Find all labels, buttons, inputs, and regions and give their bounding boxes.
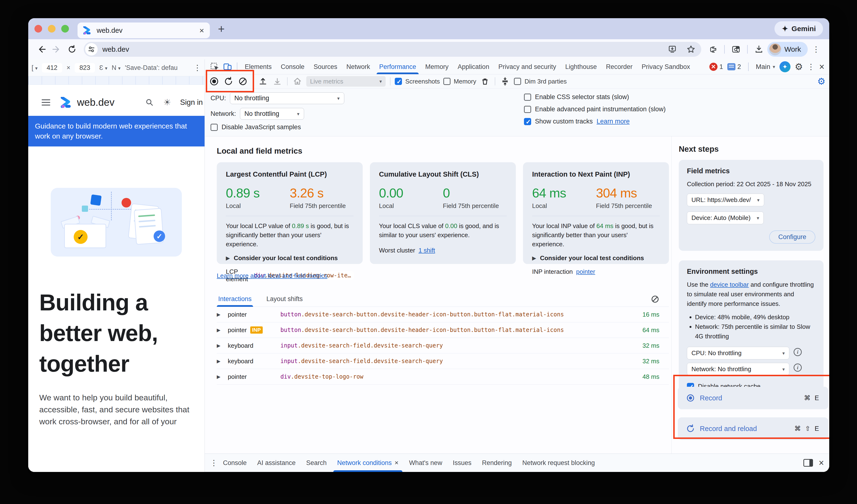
browser-tab[interactable]: web.dev × (78, 22, 210, 38)
tab-sources[interactable]: Sources (309, 60, 342, 74)
close-window-button[interactable] (34, 25, 42, 33)
tab-console[interactable]: Console (276, 60, 309, 74)
lcp-test-conditions-expander[interactable]: ▶ Consider your local test conditions (226, 254, 354, 262)
network-throttling-select[interactable]: No throttling ▾ (240, 108, 304, 120)
inspect-element-icon[interactable] (208, 60, 221, 73)
forward-button[interactable] (50, 43, 64, 56)
interaction-row[interactable]: ▶ pointer div.devsite-top-logo-row 48 ms (217, 369, 669, 385)
tab-memory[interactable]: Memory (421, 60, 453, 74)
tab-performance[interactable]: Performance (375, 60, 421, 74)
cpu-throttling-select[interactable]: No throttling ▾ (230, 93, 344, 104)
memory-checkbox[interactable] (443, 78, 451, 85)
drawer-close-icon[interactable]: × (819, 458, 824, 468)
minimize-window-button[interactable] (48, 25, 55, 33)
install-icon[interactable] (665, 43, 679, 56)
reload-button[interactable] (65, 43, 79, 56)
expand-icon[interactable]: ▶ (217, 343, 228, 349)
extensions-icon[interactable] (706, 43, 720, 56)
dim-3rd-parties-checkbox[interactable] (514, 78, 521, 85)
tab-layout-shifts[interactable]: Layout shifts (265, 291, 304, 306)
interaction-selector[interactable]: input.devsite-search-field.devsite-searc… (281, 358, 628, 365)
record-icon[interactable] (208, 76, 220, 87)
collect-garbage-icon[interactable] (480, 76, 490, 87)
theme-toggle-icon[interactable]: ☀ (163, 97, 171, 107)
tab-lighthouse[interactable]: Lighthouse (561, 60, 602, 74)
zoom-select[interactable]: Ɛ ▾ (99, 64, 107, 71)
drawer-tab-network-request-blocking[interactable]: Network request blocking (517, 454, 600, 472)
tab-elements[interactable]: Elements (240, 60, 276, 74)
tab-close-icon[interactable]: × (199, 26, 204, 35)
network-info-icon[interactable]: i (794, 364, 802, 372)
error-badge[interactable]: ✕ 1 (709, 63, 723, 71)
menu-icon[interactable] (41, 102, 50, 103)
inp-test-conditions-expander[interactable]: ▶ Consider your local test conditions (532, 254, 660, 262)
drawer-menu-icon[interactable]: ⋮ (210, 458, 218, 467)
tab-search-icon[interactable] (729, 43, 743, 56)
devtools-menu-icon[interactable]: ⋮ (807, 62, 815, 71)
back-button[interactable] (34, 43, 48, 56)
tab-privacy-sandbox[interactable]: Privacy Sandbox (637, 60, 695, 74)
load-profile-icon[interactable] (257, 76, 268, 87)
search-icon[interactable] (146, 98, 154, 106)
drawer-tab-rendering[interactable]: Rendering (476, 454, 517, 472)
save-profile-icon[interactable] (272, 76, 283, 87)
clear-icon[interactable] (237, 76, 248, 87)
collapse-sections-icon[interactable] (500, 76, 510, 87)
url-text[interactable]: web.dev (102, 45, 660, 53)
field-url-select[interactable]: URL: https://web.dev/▾ (687, 194, 764, 206)
metrics-learn-more-link[interactable]: Learn more about local and field metrics (217, 272, 327, 280)
site-settings-icon[interactable] (85, 43, 98, 55)
drawer-tab-console[interactable]: Console (218, 454, 252, 472)
tab-privacy-security[interactable]: Privacy and security (494, 60, 561, 74)
site-logo[interactable]: web.dev (61, 97, 114, 108)
paint-instrumentation-checkbox[interactable] (524, 106, 531, 113)
drawer-tab-whats-new[interactable]: What's new (404, 454, 448, 472)
env-cpu-select[interactable]: CPU: No throttling▾ (687, 347, 789, 359)
capture-settings-gear-icon[interactable]: ⚙ (817, 76, 825, 87)
sign-in-link[interactable]: Sign in (180, 98, 203, 107)
throttle-select[interactable]: N ▾ (112, 64, 121, 71)
device-toolbar-link[interactable]: device toolbar (710, 281, 749, 288)
css-selector-stats-checkbox[interactable] (524, 94, 531, 101)
expand-icon[interactable]: ▶ (217, 327, 228, 333)
ai-assistance-icon[interactable]: ✦ (779, 61, 790, 72)
issues-badge[interactable]: 2 (727, 63, 741, 71)
drawer-tab-ai-assistance[interactable]: AI assistance (252, 454, 301, 472)
tab-application[interactable]: Application (453, 60, 494, 74)
expand-icon[interactable]: ▶ (217, 374, 228, 380)
profile-button[interactable]: Work (767, 42, 808, 57)
device-width-input[interactable]: 412 (42, 63, 62, 72)
interaction-selector[interactable]: button.devsite-search-button.devsite-hea… (281, 327, 628, 333)
inp-interaction-link[interactable]: pointer (576, 268, 595, 275)
bookmark-star-icon[interactable] (684, 43, 698, 56)
js-context-select[interactable]: Main ▾ (756, 63, 775, 71)
configure-button[interactable]: Configure (769, 231, 816, 243)
interaction-row[interactable]: ▶ keyboard input.devsite-search-field.de… (217, 353, 669, 369)
cls-worst-cluster-link[interactable]: 1 shift (418, 247, 435, 254)
interaction-row[interactable]: ▶ keyboard input.devsite-search-field.de… (217, 338, 669, 353)
cpu-info-icon[interactable]: i (794, 348, 802, 356)
drawer-tab-network-conditions[interactable]: Network conditions × (332, 454, 404, 472)
maximize-window-button[interactable] (61, 25, 69, 33)
interaction-row[interactable]: ▶ pointer button.devsite-search-button.d… (217, 307, 669, 322)
omnibox[interactable]: web.dev (84, 42, 701, 57)
custom-tracks-checkbox[interactable] (524, 118, 531, 125)
interaction-selector[interactable]: button.devsite-search-button.devsite-hea… (281, 311, 628, 318)
tab-recorder[interactable]: Recorder (602, 60, 637, 74)
settings-gear-icon[interactable]: ⚙ (795, 62, 803, 72)
custom-tracks-learn-more-link[interactable]: Learn more (597, 118, 630, 125)
interaction-selector[interactable]: div.devsite-top-logo-row (281, 373, 628, 380)
tab-network[interactable]: Network (342, 60, 375, 74)
expand-icon[interactable]: ▶ (217, 358, 228, 364)
downloads-icon[interactable] (752, 43, 766, 56)
screenshots-checkbox[interactable] (395, 78, 402, 85)
device-select[interactable]: [ ▾ (32, 64, 37, 71)
clear-log-icon[interactable] (651, 295, 659, 303)
record-button[interactable]: Record ⌘ E (678, 387, 828, 409)
env-network-select[interactable]: Network: No throttling▾ (687, 363, 789, 375)
interaction-row[interactable]: ▶ pointer INP button.devsite-search-butt… (217, 322, 669, 338)
gemini-button[interactable]: ✦ Gemini (774, 21, 823, 36)
dock-side-icon[interactable] (803, 459, 813, 467)
device-toolbar-toggle-icon[interactable] (221, 60, 234, 73)
browser-menu-icon[interactable]: ⋮ (809, 43, 823, 56)
